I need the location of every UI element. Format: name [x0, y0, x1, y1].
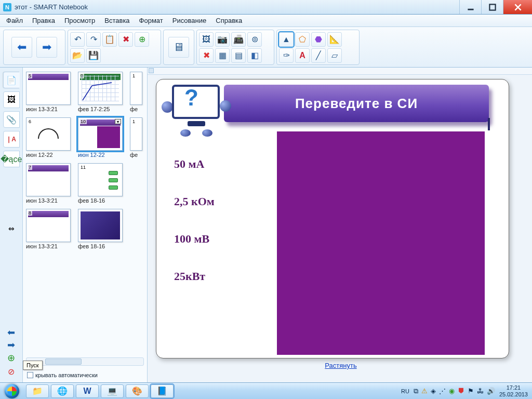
taskbar-paint[interactable]: 🎨: [126, 384, 149, 398]
add-page-green-button[interactable]: ⊕: [135, 32, 149, 47]
grid-button[interactable]: ▦: [215, 48, 230, 63]
menu-draw[interactable]: Рисование: [168, 16, 210, 25]
sidebar-next-button[interactable]: ➡: [5, 340, 18, 350]
eraser-button[interactable]: ▱: [327, 48, 342, 63]
autohide-checkbox[interactable]: [27, 372, 33, 378]
tab-properties[interactable]: ❘A: [3, 131, 20, 148]
thumb-cut-2[interactable]: 1 фе: [130, 117, 142, 158]
side-tab-strip: 📄 🖼 📎 ❘A �ące ⇔ ⬅ ➡ ⊕ ⊘: [0, 68, 23, 382]
minimize-button[interactable]: [459, 0, 481, 14]
prev-page-button[interactable]: ⬅: [11, 37, 32, 58]
menu-bar: Файл Правка Просмотр Вставка Формат Рисо…: [0, 15, 532, 27]
shape-purple-button[interactable]: ⬣: [311, 32, 326, 47]
thumb-6[interactable]: 6 июн 12-22: [26, 117, 71, 158]
svg-rect-0: [468, 8, 473, 10]
select-tool-button[interactable]: ▲: [279, 32, 294, 47]
sidebar-delete-page-button[interactable]: ⊘: [6, 366, 17, 377]
sidebar-prev-button[interactable]: ⬅: [5, 327, 18, 338]
window-titlebar: N этот - SMART Notebook: [0, 0, 532, 15]
thumb-11[interactable]: 11 фев 18-16: [78, 163, 123, 204]
tray-icon-1[interactable]: ⧉: [414, 387, 418, 395]
next-page-button[interactable]: ➡: [36, 37, 57, 58]
tray-icon-shield[interactable]: ⛊: [458, 387, 464, 395]
taskbar-chrome[interactable]: 🌐: [51, 384, 74, 398]
slide-page[interactable]: Переведите в СИ ? 50 мА 2,5 кОм 100 мВ 2…: [156, 79, 509, 358]
thumb-cut-1[interactable]: 1 фе: [130, 72, 142, 112]
value-2: 2,5 кОм: [174, 195, 215, 208]
tray-icon-flag[interactable]: ⚑: [468, 387, 474, 395]
tray-clock[interactable]: 17:21 25.02.2013: [499, 384, 528, 397]
undo-button[interactable]: ↶: [70, 32, 85, 47]
stretch-link[interactable]: Растянуть: [325, 362, 356, 369]
canvas-ruler[interactable]: [148, 68, 532, 75]
menu-view[interactable]: Просмотр: [60, 16, 99, 25]
menu-format[interactable]: Формат: [135, 16, 167, 25]
svg-rect-1: [489, 4, 495, 10]
tray-icon-3[interactable]: ⋰: [439, 387, 446, 395]
taskbar-notebook[interactable]: 📘: [151, 384, 174, 398]
screen-shade[interactable]: [277, 131, 485, 355]
sidebar-add-page-button[interactable]: ⊕: [6, 352, 17, 364]
tray-icon-nvidia[interactable]: ◉: [449, 387, 455, 395]
delete-red-button[interactable]: ✖: [199, 48, 214, 63]
toolbar-group-tools: ▲ ⬠ ⬣ 📐 ✑ A ╱ ▱: [276, 30, 360, 65]
screenshot-button[interactable]: 🖼: [199, 32, 214, 47]
save-button[interactable]: 💾: [86, 48, 101, 63]
menu-file[interactable]: Файл: [2, 16, 27, 25]
tray-icon-net[interactable]: 🖧: [477, 387, 484, 395]
menu-help[interactable]: Справка: [211, 16, 246, 25]
tab-addons[interactable]: �ące: [3, 151, 20, 167]
window-title: этот - SMART Notebook: [15, 3, 88, 11]
shape-fill-button[interactable]: ◧: [247, 48, 262, 63]
slide-header-text: Переведите в СИ: [295, 96, 418, 112]
toolbar-group-edit: ↶ ↷ 📋 ✖ ⊕ 📂 💾: [68, 30, 161, 65]
canvas-wrap: Переведите в СИ ? 50 мА 2,5 кОм 100 мВ 2…: [148, 68, 532, 382]
tray-time: 17:21: [499, 384, 528, 391]
taskbar-explorer[interactable]: 📁: [26, 384, 49, 398]
thumbs-hscrollbar[interactable]: [26, 357, 144, 366]
taskbar-word[interactable]: W: [76, 384, 99, 398]
thumb-10-selected[interactable]: 10▾ июн 12-22: [78, 117, 123, 158]
autohide-checkbox-row[interactable]: крывать автоматически: [27, 372, 98, 378]
measure-button[interactable]: 📐: [327, 32, 342, 47]
compass-button[interactable]: ⊚: [247, 32, 262, 47]
doc-camera-button[interactable]: 📠: [231, 32, 246, 47]
text-tool-button[interactable]: A: [295, 48, 310, 63]
close-button[interactable]: [503, 0, 532, 14]
thumb-12[interactable]: 12 фев 18-16: [78, 209, 123, 249]
autohide-label: крывать автоматически: [35, 372, 98, 378]
camera-button[interactable]: 📷: [215, 32, 230, 47]
menu-insert[interactable]: Вставка: [100, 16, 134, 25]
thumb-5[interactable]: 5 июн 13-3:21: [26, 72, 71, 112]
tray-icon-alert[interactable]: ⚠: [421, 387, 428, 395]
toolbar-group-insert: 🖼 📷 📠 ⊚ ✖ ▦ ▤ ◧: [196, 30, 274, 65]
menu-edit[interactable]: Правка: [28, 16, 59, 25]
line-tool-button[interactable]: ╱: [311, 48, 326, 63]
paste-button[interactable]: 📋: [102, 32, 117, 47]
tray-icon-2[interactable]: ◈: [431, 387, 436, 395]
tab-gallery[interactable]: 🖼: [3, 91, 20, 108]
open-button[interactable]: 📂: [70, 48, 85, 63]
thumb-8[interactable]: 8 июн 13-3:21: [26, 209, 71, 249]
windows-orb-icon: [5, 384, 19, 398]
shape-orange-button[interactable]: ⬠: [295, 32, 310, 47]
redo-button[interactable]: ↷: [86, 32, 101, 47]
tray-icon-vol[interactable]: 🔊: [487, 387, 495, 395]
thumb-7[interactable]: 7 июн 13-3:21: [26, 163, 71, 204]
tab-attachments[interactable]: 📎: [3, 111, 20, 128]
maximize-button[interactable]: [481, 0, 503, 14]
ruler-handle-icon[interactable]: [149, 68, 154, 73]
delete-button[interactable]: ✖: [118, 32, 133, 47]
thumb-9[interactable]: 9 фев 17-2:25: [78, 72, 123, 112]
table-button[interactable]: ▤: [231, 48, 246, 63]
tab-page-sorter[interactable]: 📄: [3, 72, 20, 88]
tray-lang[interactable]: RU: [401, 388, 409, 394]
value-1: 50 мА: [174, 157, 215, 171]
toolbar: ⬅ ➡ ↶ ↷ 📋 ✖ ⊕ 📂 💾 🖥 🖼 📷 📠 ⊚ ✖ ▦ ▤ ◧ ▲ ⬠ …: [0, 27, 532, 68]
start-button[interactable]: [0, 383, 24, 400]
taskbar-app1[interactable]: 💻: [101, 384, 124, 398]
app-icon: N: [3, 3, 11, 11]
pens-button[interactable]: ✑: [279, 48, 294, 63]
fullscreen-button[interactable]: 🖥: [168, 37, 189, 58]
collapse-handle-icon[interactable]: ⇔: [3, 220, 20, 237]
